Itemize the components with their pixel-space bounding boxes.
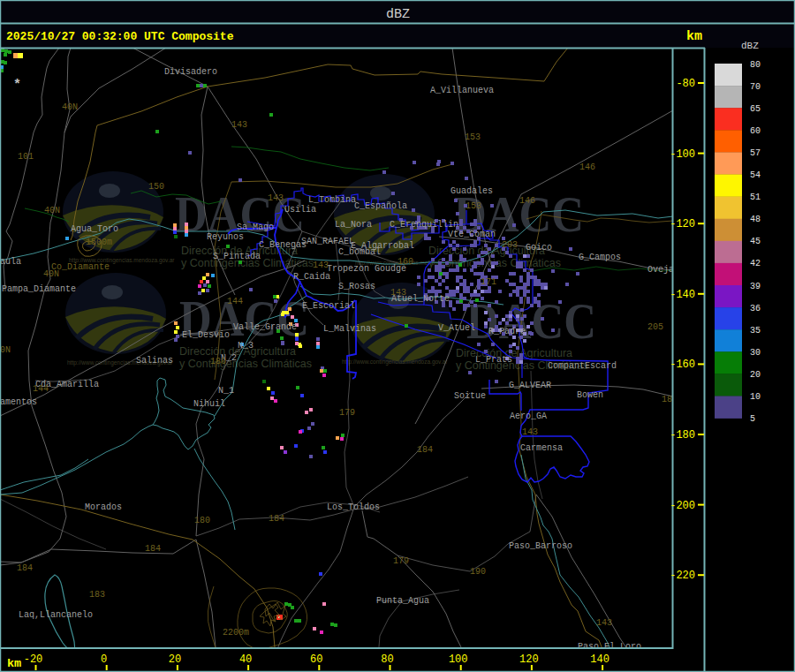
svg-text:Salinas: Salinas	[136, 356, 173, 366]
svg-text:Divisadero: Divisadero	[164, 67, 217, 77]
svg-text:183: 183	[89, 590, 105, 600]
svg-text:E_Escorial: E_Escorial	[302, 301, 355, 311]
svg-text:L_Malvinas: L_Malvinas	[323, 324, 376, 334]
svg-text:2025/10/27 00:32:00 UTC Compos: 2025/10/27 00:32:00 UTC Composite	[6, 30, 234, 43]
svg-text:C_Erenquillin: C_Erenquillin	[390, 220, 458, 230]
svg-text:36: 36	[750, 304, 761, 313]
svg-text:35: 35	[750, 326, 761, 336]
svg-text:143: 143	[596, 618, 612, 628]
svg-text:dBZ: dBZ	[386, 7, 410, 22]
svg-text:-140: -140	[670, 289, 695, 301]
svg-text:80: 80	[381, 653, 393, 666]
svg-text:Reyunos: Reyunos	[207, 232, 244, 242]
svg-text:Pampa_Diamante: Pampa_Diamante	[2, 284, 76, 294]
svg-text:57: 57	[750, 148, 761, 158]
svg-text:120: 120	[519, 653, 539, 666]
svg-text:El_Desvio: El_Desvio	[182, 330, 230, 340]
svg-text:171: 171	[481, 277, 496, 287]
svg-text:dBZ: dBZ	[741, 41, 759, 51]
svg-text:20: 20	[750, 370, 761, 380]
svg-text:y Contingencias Climáticas: y Contingencias Climáticas	[179, 358, 312, 370]
svg-text:65: 65	[750, 104, 761, 114]
svg-text:Guadales: Guadales	[450, 186, 493, 196]
svg-text:C_Benegas: C_Benegas	[259, 240, 307, 250]
svg-text:153: 153	[465, 132, 481, 142]
svg-text:Carmensa: Carmensa	[520, 443, 563, 453]
svg-text:2200m: 2200m	[223, 628, 249, 638]
svg-text:146: 146	[579, 162, 595, 172]
svg-text:190: 190	[470, 567, 486, 577]
svg-text:54: 54	[750, 170, 761, 180]
svg-text:179: 179	[339, 408, 355, 418]
svg-text:-100: -100	[670, 148, 695, 161]
svg-text:143: 143	[390, 288, 406, 298]
svg-text:A_Villanueva: A_Villanueva	[430, 86, 494, 95]
svg-text:18: 18	[662, 395, 672, 404]
svg-text:60: 60	[750, 126, 761, 136]
svg-text:143: 143	[231, 120, 247, 130]
svg-text:179: 179	[393, 556, 409, 566]
svg-text:143: 143	[268, 193, 284, 203]
svg-text:205: 205	[647, 322, 663, 332]
svg-text:100: 100	[449, 653, 468, 666]
svg-text:143: 143	[313, 260, 329, 270]
svg-text:40N: 40N	[44, 206, 60, 215]
svg-text:km: km	[7, 657, 21, 670]
svg-text:G_Campos: G_Campos	[579, 253, 621, 262]
svg-text:Valle_Grande: Valle_Grande	[233, 322, 297, 332]
svg-text:Nihuil: Nihuil	[193, 399, 225, 409]
svg-text:-200: -200	[670, 500, 695, 512]
svg-text:30: 30	[750, 348, 761, 358]
svg-text:0: 0	[101, 653, 107, 666]
svg-text:La_Nora: La_Nora	[335, 220, 372, 230]
svg-text:Vte_Coman: Vte_Coman	[448, 230, 496, 239]
svg-text:160: 160	[398, 257, 413, 267]
svg-text:Soitue: Soitue	[454, 391, 486, 401]
svg-text:N_3: N_3	[238, 341, 254, 351]
svg-text:0N: 0N	[0, 345, 11, 355]
svg-text:143: 143	[522, 427, 538, 437]
svg-text:*: *	[13, 78, 21, 93]
svg-text:G_ALVEAR: G_ALVEAR	[509, 381, 551, 390]
svg-text:48: 48	[750, 215, 761, 224]
svg-text:70: 70	[750, 82, 761, 92]
svg-text:-220: -220	[670, 570, 695, 582]
svg-text:203: 203	[502, 240, 518, 250]
svg-text:Oveja: Oveja	[647, 265, 674, 275]
svg-text:N_1: N_1	[218, 386, 234, 396]
svg-text:R_Caida: R_Caida	[293, 272, 330, 282]
svg-text:aula: aula	[0, 257, 21, 267]
svg-text:Laq,Llancanelo: Laq,Llancanelo	[19, 610, 93, 620]
svg-text:amentos: amentos	[0, 397, 37, 407]
svg-text:Punta_Agua: Punta_Agua	[376, 596, 429, 606]
svg-text:C_bombal: C_bombal	[338, 247, 381, 257]
svg-text:km: km	[686, 29, 702, 44]
svg-text:Agua_Toro: Agua_Toro	[71, 224, 118, 234]
svg-text:153: 153	[466, 201, 481, 211]
svg-text:40: 40	[239, 653, 252, 666]
svg-text:101: 101	[18, 152, 34, 162]
svg-text:-20: -20	[24, 653, 43, 666]
svg-text:146: 146	[519, 196, 535, 206]
svg-text:39: 39	[750, 282, 761, 291]
svg-text:144: 144	[33, 384, 49, 394]
svg-text:180: 180	[194, 516, 210, 525]
svg-text:Co_Diamante: Co_Diamante	[51, 262, 110, 272]
svg-text:S_Pintada: S_Pintada	[213, 252, 261, 261]
svg-text:SAN_RAFAEL: SAN_RAFAEL	[301, 237, 354, 246]
svg-text:1500m: 1500m	[86, 238, 112, 247]
svg-text:184: 184	[417, 445, 433, 455]
svg-text:-80: -80	[676, 78, 695, 90]
svg-text:80: 80	[750, 60, 761, 70]
svg-text:140: 140	[590, 653, 610, 666]
svg-text:Paso_Barroso: Paso_Barroso	[509, 541, 572, 551]
svg-text:-160: -160	[670, 359, 695, 371]
svg-text:184: 184	[269, 514, 284, 524]
svg-text:DACC: DACC	[466, 292, 596, 350]
svg-text:S_Rosas: S_Rosas	[338, 282, 375, 291]
svg-text:Goico: Goico	[526, 243, 552, 253]
svg-text:5: 5	[750, 414, 755, 424]
svg-text:45: 45	[750, 237, 761, 246]
svg-text:184: 184	[17, 563, 33, 573]
svg-text:150: 150	[148, 182, 164, 192]
